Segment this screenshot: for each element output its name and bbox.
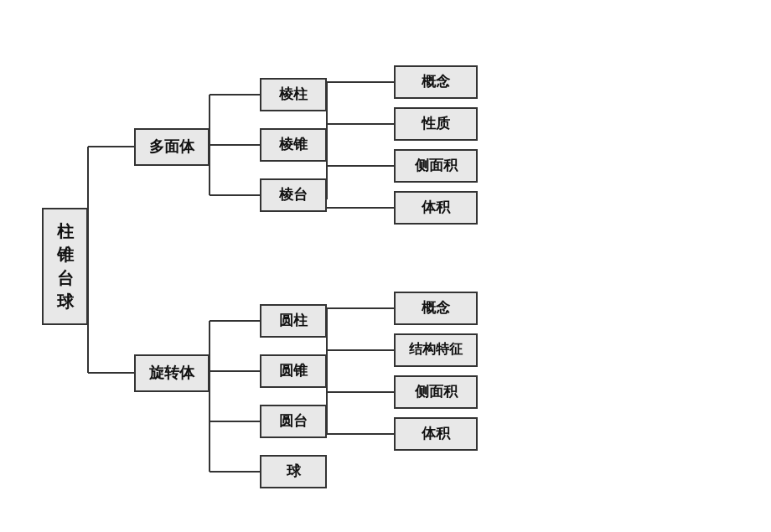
pyramid-node: 棱锥 <box>260 128 327 162</box>
prism-node: 棱柱 <box>260 78 327 111</box>
sphere-node: 球 <box>260 455 327 488</box>
root-node: 柱 锥 台 球 <box>42 208 88 325</box>
struct2-node: 结构特征 <box>394 333 478 367</box>
lateral2-node: 侧面积 <box>394 375 478 409</box>
connector-lines <box>25 19 746 514</box>
diagram: 柱 锥 台 球 多面体 旋转体 棱柱 棱锥 棱台 圆柱 圆锥 圆台 球 概念 性… <box>25 19 746 514</box>
frustum1-node: 棱台 <box>260 178 327 212</box>
volume2-node: 体积 <box>394 417 478 451</box>
concept1-node: 概念 <box>394 65 478 99</box>
cyl-node: 圆柱 <box>260 304 327 338</box>
volume1-node: 体积 <box>394 191 478 225</box>
lateral1-node: 侧面积 <box>394 149 478 183</box>
cone-node: 圆锥 <box>260 354 327 388</box>
concept2-node: 概念 <box>394 292 478 325</box>
property1-node: 性质 <box>394 107 478 141</box>
frustum2-node: 圆台 <box>260 405 327 438</box>
poly-node: 多面体 <box>134 128 210 166</box>
rot-node: 旋转体 <box>134 354 210 392</box>
